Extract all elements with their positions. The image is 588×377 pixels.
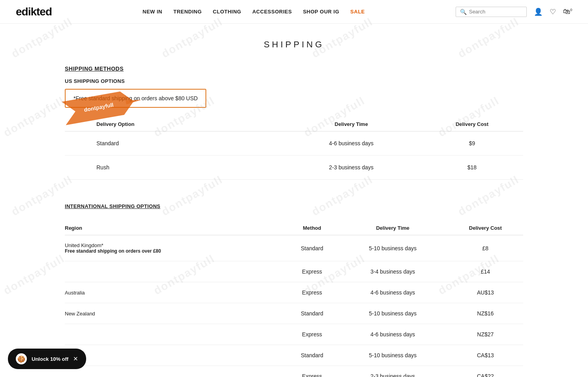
nav-item-sale[interactable]: SALE [351,9,365,15]
search-icon: 🔍 [460,9,467,15]
user-icon[interactable]: 👤 [534,8,543,16]
search-bar: 🔍 [456,7,527,17]
intl-shipping-heading: INTERNATIONAL SHIPPING OPTIONS [65,203,523,209]
intl-table-row: United Kingdom*Free standard shipping on… [65,235,523,261]
intl-table-header: Region [65,221,286,235]
nav-item-new-in[interactable]: NEW IN [143,9,162,15]
intl-table-row: AustraliaExpress4-6 business daysAU$13 [65,282,523,303]
page-title: SHIPPING [65,39,523,50]
header-right: 🔍 👤 ♡ 🛍0 [456,7,572,17]
site-header: edikted NEW INTRENDINGCLOTHINGACCESSORIE… [0,0,588,24]
intl-table-header: Delivery Cost [448,221,523,235]
us-shipping-heading: US SHIPPING OPTIONS [65,78,523,84]
us-table-header: Delivery Option [65,117,282,131]
search-input[interactable] [469,9,522,15]
site-logo[interactable]: edikted [16,6,52,18]
nav-item-shop-our-ig[interactable]: SHOP OUR IG [303,9,339,15]
intl-table-row: CanadaStandard5-10 business daysCA$13 [65,345,523,366]
intl-table-row: Express2-3 business daysCA$22 [65,366,523,377]
nav-item-clothing[interactable]: CLOTHING [213,9,241,15]
cookie-close-button[interactable]: ✕ [73,355,78,362]
cart-icon[interactable]: 🛍0 [563,8,572,16]
us-table-header: Delivery Time [282,117,421,131]
main-nav: NEW INTRENDINGCLOTHINGACCESSORIESSHOP OU… [143,9,365,15]
main-content: SHIPPING SHIPPING METHODS US SHIPPING OP… [57,24,531,377]
cookie-bar: 🍪 Unlock 10% off ✕ [8,349,86,369]
us-table-row: Rush2-3 business days$18 [65,156,523,180]
free-shipping-note: *Free standard shipping on orders above … [65,89,206,108]
intl-table-row: Express3-4 business days£14 [65,261,523,282]
nav-item-accessories[interactable]: ACCESSORIES [252,9,292,15]
intl-table-row: New ZealandStandard5-10 business daysNZ$… [65,303,523,324]
intl-table-header: Method [286,221,338,235]
shipping-methods-heading: SHIPPING METHODS [65,66,523,72]
us-shipping-table: Delivery OptionDelivery TimeDelivery Cos… [65,117,523,180]
intl-table-row: Express4-6 business daysNZ$27 [65,324,523,345]
intl-shipping-table: RegionMethodDelivery TimeDelivery CostUn… [65,221,523,377]
intl-table-header: Delivery Time [338,221,448,235]
wishlist-icon[interactable]: ♡ [550,8,556,16]
cookie-icon: 🍪 [16,353,27,364]
nav-item-trending[interactable]: TRENDING [173,9,202,15]
us-table-header: Delivery Cost [421,117,523,131]
us-table-row: Standard4-6 business days$9 [65,131,523,156]
cookie-label: Unlock 10% off [32,356,68,362]
